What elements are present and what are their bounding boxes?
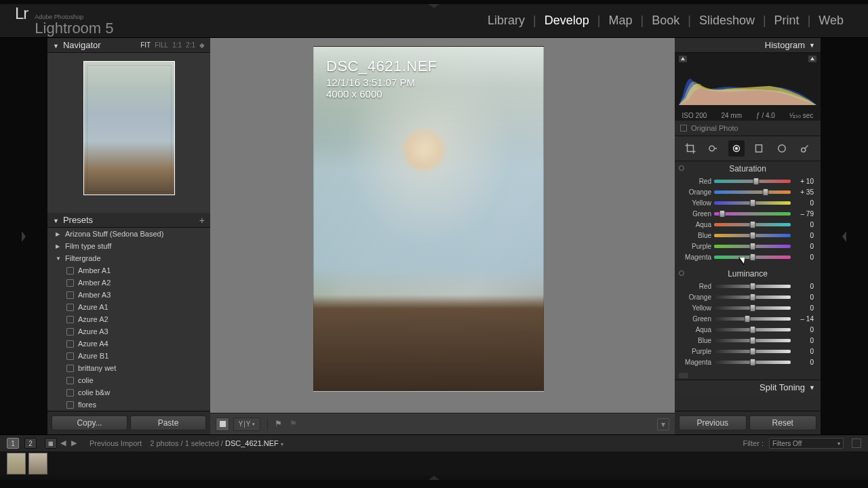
secondary-display-button[interactable]: 2 bbox=[24, 438, 37, 449]
crop-tool-icon[interactable] bbox=[682, 140, 698, 157]
preset-item[interactable]: Azure A2 bbox=[47, 313, 210, 325]
zoom-1to1[interactable]: 1:1 bbox=[172, 41, 182, 49]
saturation-value[interactable]: 0 bbox=[793, 232, 814, 239]
luminance-slider-green[interactable] bbox=[714, 317, 791, 321]
slider-thumb[interactable] bbox=[749, 283, 755, 290]
navigator-header[interactable]: ▼Navigator FIT FILL 1:1 2:1 ◆ bbox=[47, 38, 210, 53]
slider-thumb[interactable] bbox=[719, 210, 726, 218]
collapse-right-handle[interactable] bbox=[821, 38, 868, 434]
filter-lock-icon[interactable] bbox=[852, 439, 861, 448]
saturation-slider-orange[interactable] bbox=[714, 190, 791, 194]
radial-filter-icon[interactable] bbox=[774, 140, 790, 157]
slider-thumb[interactable] bbox=[744, 315, 750, 323]
saturation-slider-blue[interactable] bbox=[714, 234, 791, 237]
collapse-bottom-handle[interactable] bbox=[429, 476, 439, 480]
saturation-slider-green[interactable] bbox=[714, 212, 791, 216]
luminance-value[interactable]: 0 bbox=[793, 348, 814, 355]
luminance-value[interactable]: – 14 bbox=[793, 315, 814, 323]
module-print[interactable]: Print bbox=[769, 14, 805, 28]
preset-folder[interactable]: ▼Filtergrade bbox=[47, 252, 210, 264]
preset-folder[interactable]: ▶Arizona Stuff (Sedona Based) bbox=[47, 228, 210, 240]
preset-item[interactable]: Amber A2 bbox=[47, 277, 210, 289]
adjustment-brush-icon[interactable] bbox=[797, 140, 813, 157]
histogram-header[interactable]: Histogram▼ bbox=[675, 38, 821, 53]
soft-proof-toggle[interactable]: ▾ bbox=[657, 418, 669, 430]
saturation-value[interactable]: + 10 bbox=[793, 178, 814, 185]
saturation-value[interactable]: 0 bbox=[793, 221, 814, 228]
luminance-value[interactable]: 0 bbox=[793, 326, 814, 333]
grid-view-icon[interactable]: ▦ bbox=[45, 438, 57, 449]
slider-thumb[interactable] bbox=[753, 178, 760, 185]
previous-button[interactable]: Previous bbox=[679, 415, 747, 430]
primary-display-button[interactable]: 1 bbox=[7, 438, 19, 449]
slider-thumb[interactable] bbox=[749, 337, 755, 344]
copy-settings-button[interactable]: Copy... bbox=[52, 415, 127, 430]
module-map[interactable]: Map bbox=[603, 14, 637, 28]
luminance-value[interactable]: 0 bbox=[793, 304, 814, 312]
saturation-target-icon[interactable] bbox=[679, 165, 684, 171]
paste-settings-button[interactable]: Paste bbox=[130, 415, 206, 430]
preset-item[interactable]: brittany wet bbox=[47, 362, 210, 374]
collapse-top-handle[interactable] bbox=[429, 4, 439, 8]
saturation-value[interactable]: 0 bbox=[793, 253, 814, 261]
luminance-slider-red[interactable] bbox=[714, 285, 791, 288]
collapse-left-handle[interactable] bbox=[0, 38, 47, 434]
luminance-slider-magenta[interactable] bbox=[714, 361, 791, 364]
saturation-value[interactable]: 0 bbox=[793, 199, 814, 207]
zoom-2to1[interactable]: 2:1 bbox=[186, 41, 195, 49]
slider-thumb[interactable] bbox=[749, 232, 755, 239]
add-preset-icon[interactable]: + bbox=[199, 215, 205, 226]
histogram-box[interactable]: ISO 200 24 mm ƒ / 4.0 ¹⁄₂₅₀ sec bbox=[675, 53, 821, 121]
luminance-value[interactable]: 0 bbox=[793, 283, 814, 290]
redeye-tool-icon[interactable] bbox=[728, 140, 745, 157]
navigator-preview[interactable] bbox=[47, 53, 210, 213]
luminance-slider-aqua[interactable] bbox=[714, 328, 791, 331]
loupe-view[interactable]: DSC_4621.NEF 12/1/16 3:51:07 PM 4000 x 6… bbox=[210, 38, 675, 413]
preset-item[interactable]: Amber A1 bbox=[47, 264, 210, 277]
slider-thumb[interactable] bbox=[749, 243, 755, 250]
module-web[interactable]: Web bbox=[813, 14, 849, 28]
luminance-target-icon[interactable] bbox=[679, 270, 684, 276]
original-photo-checkbox[interactable] bbox=[680, 125, 687, 131]
module-library[interactable]: Library bbox=[482, 14, 530, 28]
preset-item[interactable]: Azure A4 bbox=[47, 338, 210, 350]
zoom-fill[interactable]: FILL bbox=[155, 41, 168, 49]
saturation-slider-aqua[interactable] bbox=[714, 223, 791, 226]
zoom-menu-icon[interactable]: ◆ bbox=[199, 41, 205, 49]
flag-reject-icon[interactable]: ⚑ bbox=[290, 419, 300, 430]
luminance-slider-purple[interactable] bbox=[714, 350, 791, 353]
flag-pick-icon[interactable]: ⚑ bbox=[275, 419, 285, 430]
preset-item[interactable]: Azure B1 bbox=[47, 350, 210, 362]
before-after-button[interactable]: Y|Y▾ bbox=[233, 418, 260, 431]
filmstrip-thumbs[interactable] bbox=[0, 451, 868, 476]
saturation-slider-red[interactable] bbox=[714, 180, 791, 183]
slider-thumb[interactable] bbox=[749, 199, 755, 207]
prev-photo-icon[interactable]: ◀ bbox=[58, 438, 68, 447]
saturation-value[interactable]: 0 bbox=[793, 243, 814, 250]
module-develop[interactable]: Develop bbox=[539, 14, 595, 28]
slider-thumb[interactable] bbox=[749, 293, 755, 301]
module-book[interactable]: Book bbox=[646, 14, 685, 28]
thumb-1[interactable] bbox=[7, 453, 26, 474]
panel-switch-icon[interactable] bbox=[679, 373, 688, 378]
presets-header[interactable]: ▼Presets + bbox=[47, 213, 210, 228]
split-toning-header[interactable]: Split Toning▼ bbox=[675, 380, 821, 394]
original-photo-row[interactable]: Original Photo bbox=[675, 121, 821, 136]
saturation-slider-magenta[interactable] bbox=[714, 256, 791, 259]
luminance-slider-orange[interactable] bbox=[714, 296, 791, 299]
preset-folder[interactable]: ▶Film type stuff bbox=[47, 240, 210, 252]
preset-item[interactable]: Azure A3 bbox=[47, 325, 210, 338]
slider-thumb[interactable] bbox=[749, 253, 755, 261]
preset-item[interactable]: colie bbox=[47, 374, 210, 386]
saturation-value[interactable]: – 79 bbox=[793, 210, 814, 218]
slider-thumb[interactable] bbox=[749, 221, 755, 228]
luminance-slider-yellow[interactable] bbox=[714, 306, 791, 310]
slider-thumb[interactable] bbox=[749, 348, 755, 355]
luminance-slider-blue[interactable] bbox=[714, 339, 791, 342]
filmstrip-source[interactable]: Previous Import 2 photos / 1 selected / … bbox=[90, 439, 283, 447]
graduated-filter-icon[interactable] bbox=[751, 140, 767, 157]
slider-thumb[interactable] bbox=[749, 304, 755, 312]
luminance-value[interactable]: 0 bbox=[793, 293, 814, 301]
saturation-value[interactable]: + 35 bbox=[793, 188, 814, 196]
luminance-value[interactable]: 0 bbox=[793, 359, 814, 366]
